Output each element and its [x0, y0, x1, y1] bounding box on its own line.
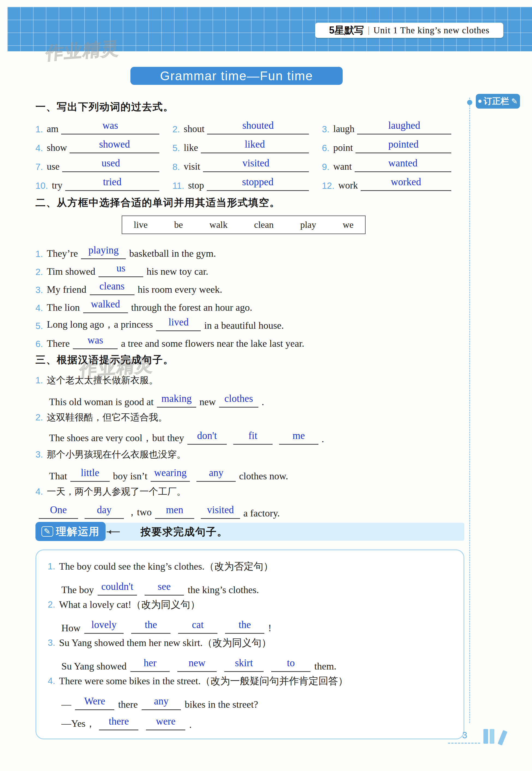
- sentence-text: new: [199, 396, 216, 408]
- chinese-prompt-line: 3. 那个小男孩现在什么衣服也没穿。: [35, 447, 464, 462]
- sentence-text: the king’s clothes.: [188, 584, 259, 596]
- sentence-text: That: [49, 470, 67, 482]
- item-number: 12.: [322, 181, 334, 191]
- page-number-dash: [448, 743, 480, 744]
- item-number: 2.: [35, 412, 43, 423]
- item-number: 6.: [35, 339, 43, 349]
- verb-text: visit: [184, 161, 200, 172]
- word-bank-word: play: [300, 220, 316, 230]
- exercise-answer-line: The boy couldn't see the king’s clothes.: [61, 575, 461, 596]
- exercise-prompt: 2. What a lovely cat!（改为同义句）: [48, 596, 461, 614]
- item-number: 5.: [172, 143, 180, 153]
- chinese-prompt-line: 2. 这双鞋很酷，但它不适合我。: [35, 410, 464, 425]
- sentence-text: clothes now.: [239, 470, 288, 482]
- book-spine: [498, 730, 507, 745]
- item-number: 1.: [48, 561, 55, 572]
- sentence-text: The shoes are very cool，but they: [49, 431, 184, 445]
- verb-item: 12.workworked: [322, 176, 464, 191]
- handwritten-answer: were: [156, 716, 175, 730]
- page-content: Grammar time—Fun time 一、写出下列动词的过去式。 1.am…: [35, 67, 464, 739]
- fill-in-sentence: 6. There was a tree and some flowers nea…: [35, 331, 464, 349]
- prompt-text: The boy could see the king’s clothes.（改为…: [59, 560, 273, 573]
- sentence-text: through the forest an hour ago.: [131, 302, 252, 313]
- item-number: 2.: [35, 267, 43, 277]
- word-bank-word: walk: [210, 220, 228, 230]
- sentence-text: basketball in the gym.: [129, 248, 216, 259]
- handwritten-answer: see: [158, 581, 171, 595]
- handwritten-answer: worked: [391, 177, 421, 190]
- handwritten-answer: men: [166, 505, 183, 518]
- answer-blank: pointed: [355, 139, 451, 153]
- word-bank-word: we: [343, 220, 354, 230]
- item-number: 5.: [35, 321, 43, 331]
- handwritten-answer: to: [287, 658, 295, 671]
- verb-item: 5.likeliked: [172, 139, 322, 153]
- answer-blank: her: [130, 657, 170, 672]
- item-number: 1.: [35, 249, 43, 259]
- answer-blank: tried: [65, 177, 159, 191]
- verb-text: like: [184, 142, 198, 153]
- fill-in-sentence: 3. My friend cleans his room every week.: [35, 277, 464, 295]
- comprehension-badge-label: 理解运用: [56, 525, 100, 539]
- sentence-text: There: [47, 338, 70, 349]
- handwritten-answer: the: [238, 620, 251, 633]
- item-number: 8.: [172, 162, 180, 172]
- fill-in-sentence: 5. Long long ago，a princess lived in a b…: [35, 313, 464, 331]
- comprehension-badge: ✎ 理解运用: [35, 522, 106, 541]
- handwritten-answer: don't: [197, 431, 217, 444]
- answer-blank: new: [177, 657, 217, 672]
- verb-text: point: [333, 142, 353, 153]
- handwritten-answer: any: [209, 468, 223, 481]
- handwritten-answer: visited: [243, 158, 270, 171]
- handwritten-answer: used: [101, 158, 120, 171]
- verb-text: laugh: [333, 124, 355, 135]
- item-number: 4.: [35, 303, 43, 313]
- answer-blank: day: [85, 504, 124, 519]
- prompt-text: What a lovely cat!（改为同义句）: [59, 598, 200, 611]
- sentence-text: .: [262, 396, 264, 408]
- item-number: 3.: [35, 449, 43, 460]
- handwritten-answer: making: [161, 393, 192, 407]
- handwritten-answer: was: [102, 120, 118, 134]
- sentence-text: boy isn’t: [113, 470, 147, 482]
- sentence-text: My friend: [47, 284, 86, 295]
- word-bank-word: live: [134, 220, 148, 230]
- verb-item: 11.stopstopped: [172, 176, 322, 191]
- verb-item: 3.laughlaughed: [322, 120, 464, 135]
- answer-blank: couldn't: [98, 581, 137, 596]
- verb-item: 8.visitvisited: [172, 157, 322, 172]
- item-number: 7.: [35, 162, 43, 172]
- exercise-prompt: 1. The boy could see the king’s clothes.…: [48, 557, 461, 575]
- answer-blank: laughed: [357, 120, 451, 135]
- comprehension-instruction: 按要求完成句子。: [141, 525, 228, 539]
- verb-text: show: [47, 142, 67, 153]
- handwritten-answer: skirt: [235, 658, 253, 671]
- exercise-prompt: 4. There were some bikes in the street.（…: [48, 672, 461, 690]
- answer-blank: One: [39, 504, 78, 519]
- answer-blank: was: [73, 334, 118, 349]
- answer-blank: any: [196, 467, 236, 482]
- item-number: 4.: [35, 143, 43, 153]
- sentence-text: .: [322, 433, 324, 445]
- page-title: Grammar time—Fun time: [130, 67, 343, 85]
- sentence-text: his new toy car.: [147, 266, 208, 277]
- handwritten-answer: couldn't: [101, 581, 133, 595]
- top-grid-band: 5星默写 | Unit 1 The king’s new clothes: [7, 7, 532, 51]
- item-number: 11.: [172, 181, 184, 191]
- translation-item: 1. 这个老太太擅长做新衣服。 This old woman is good a…: [35, 373, 464, 408]
- answer-blank: skirt: [224, 657, 264, 672]
- verb-item: 6.pointpointed: [322, 139, 464, 153]
- arrow-connector-icon: [107, 531, 120, 532]
- answer-blank: lived: [156, 316, 201, 331]
- correction-dashed-line: [469, 98, 470, 723]
- item-number: 6.: [322, 143, 330, 153]
- handwritten-answer: walked: [91, 299, 120, 312]
- sentence-text: !: [268, 622, 271, 634]
- fill-in-sentence: 4. The lion walked through the forest an…: [35, 295, 464, 313]
- sentence-text: —: [61, 699, 71, 710]
- answer-blank: little: [70, 467, 110, 482]
- handwritten-answer: there: [109, 716, 129, 730]
- sentence-text: .: [189, 719, 192, 730]
- handwritten-answer: cleans: [99, 281, 124, 294]
- sentence-text: in a beautiful house.: [204, 320, 284, 331]
